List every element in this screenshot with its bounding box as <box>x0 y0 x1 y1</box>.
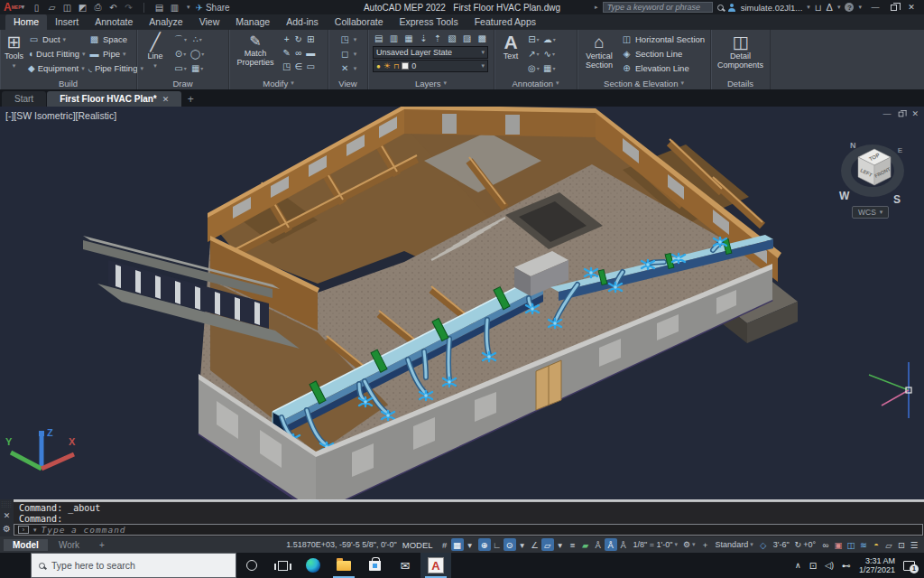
help-dropdown-icon[interactable]: ▾ <box>858 4 862 11</box>
modify-tool-button[interactable]: ▬ <box>305 46 316 60</box>
ribbon-tab[interactable]: Home <box>5 14 47 30</box>
line-button[interactable]: ╱ Line ▾ <box>142 33 169 70</box>
network-icon[interactable]: ⊡ <box>809 561 817 571</box>
recent-commands-icon[interactable]: ▾ <box>33 527 37 534</box>
status-icon[interactable]: ≡ <box>567 538 579 551</box>
panel-label-details[interactable]: Details <box>711 77 770 89</box>
annotation-scale-chip[interactable]: 1/8" = 1'-0"▾ <box>632 540 679 549</box>
viewport-minimize-icon[interactable]: — <box>882 109 891 118</box>
keyword-search-input[interactable]: Type a keyword or phrase <box>603 2 713 13</box>
compass-west[interactable]: W <box>839 190 849 202</box>
show-hidden-icons[interactable]: ∧ <box>795 561 801 570</box>
tab-close-icon[interactable]: ✕ <box>162 95 170 104</box>
annotation-tool-button[interactable]: ◎▾ <box>527 61 541 75</box>
qat-button[interactable]: ▤ <box>152 1 166 14</box>
edge-button[interactable] <box>298 553 328 578</box>
new-layout-button[interactable]: + <box>90 539 114 551</box>
layer-state-dropdown[interactable]: Unsaved Layer State▾ <box>373 46 488 59</box>
pen-icon[interactable]: ⊷ <box>842 561 851 571</box>
wcs-dropdown[interactable]: WCS▾ <box>852 206 889 219</box>
layer-tool-button[interactable]: ▨ <box>463 33 471 43</box>
status-icon[interactable]: ▾ <box>554 538 567 551</box>
status-icon[interactable]: ☰ <box>908 538 920 551</box>
qat-button[interactable]: ▥ <box>168 1 181 14</box>
section-tool-button[interactable]: ⊕Elevation Line <box>621 61 705 75</box>
model-space-toggle[interactable]: MODEL <box>402 540 433 550</box>
tab-start[interactable]: Start <box>2 91 46 107</box>
drag-grip-icon[interactable]: :::::::::: <box>2 500 13 508</box>
layer-tool-button[interactable]: ▦ <box>404 33 412 43</box>
annotation-tool-button[interactable]: ☁▾ <box>542 33 557 46</box>
viewport-close-icon[interactable]: ✕ <box>911 109 919 118</box>
command-prompt-icon[interactable]: › <box>18 526 29 534</box>
status-icon[interactable]: ⊙ <box>504 538 516 551</box>
draw-tool-button[interactable]: ∴▾ <box>189 33 205 46</box>
compass-north[interactable]: N <box>850 141 856 150</box>
user-name[interactable]: simulate.02Jl1... <box>741 3 803 13</box>
status-icon[interactable]: ▱ <box>541 538 554 551</box>
status-icon[interactable]: ∞ <box>819 538 832 551</box>
status-icon[interactable]: ∠ <box>529 538 541 551</box>
compass-south[interactable]: S <box>893 193 901 206</box>
tools-button[interactable]: ⊞ Tools ▾ <box>5 33 23 70</box>
panel-label-section[interactable]: Section & Elevation▾ <box>578 77 710 89</box>
add-tool-icon[interactable]: + <box>699 538 712 551</box>
view-cube-faces[interactable]: TOP LEFT FRONT <box>857 148 892 186</box>
qat-button[interactable]: ▯ <box>30 1 43 14</box>
vertical-section-button[interactable]: ⌂ VerticalSection <box>582 33 616 70</box>
view-tool-button[interactable]: ◳▾ <box>339 33 357 46</box>
match-properties-button[interactable]: ✎ MatchProperties <box>234 33 277 67</box>
autodesk-dropdown-icon[interactable]: ▾ <box>837 4 841 11</box>
minimize-button[interactable]: — <box>866 1 884 14</box>
modify-tool-button[interactable]: ✎ <box>282 46 291 60</box>
ribbon-tab[interactable]: Annotate <box>87 14 141 30</box>
ribbon-tab[interactable]: View <box>191 14 228 30</box>
status-icon[interactable]: ▾ <box>516 538 529 551</box>
panel-label-layers[interactable]: Layers▾ <box>368 77 494 89</box>
ribbon-tab[interactable]: Featured Apps <box>467 14 544 30</box>
close-button[interactable]: ✕ <box>902 1 920 14</box>
status-icon[interactable]: # <box>439 538 451 551</box>
modify-tool-button[interactable]: ◳ <box>282 60 291 73</box>
layer-dropdown[interactable]: ● ☀ ⊓ 0 ▾ <box>373 60 488 72</box>
draw-tool-button[interactable]: ⊙▾ <box>173 47 188 61</box>
notification-center-button[interactable]: 1 <box>903 561 915 571</box>
panel-label-annotation[interactable]: Annotation▾ <box>494 77 577 89</box>
status-icon[interactable]: ▰ <box>579 538 592 551</box>
search-icon[interactable] <box>717 5 724 11</box>
store-button[interactable] <box>359 553 390 578</box>
status-icon[interactable]: ▣ <box>832 538 845 551</box>
status-icon[interactable]: ⊡ <box>895 538 908 551</box>
modify-tool-button[interactable]: ⊞ <box>305 33 316 46</box>
status-icon[interactable]: ≋ <box>857 538 870 551</box>
command-close-icon[interactable]: ✕ <box>4 511 11 520</box>
command-input[interactable]: › ▾ Type a command <box>14 524 923 536</box>
qat-button[interactable]: ▱ <box>45 1 59 14</box>
qat-dropdown-icon[interactable]: ▾ <box>187 4 190 11</box>
rotation-chip[interactable]: ↻+0° <box>793 540 818 549</box>
qat-button[interactable]: ◩ <box>76 1 89 14</box>
clock[interactable]: 3:31 AM1/27/2021 <box>859 556 895 574</box>
modify-tool-button[interactable]: ∞ <box>293 46 303 60</box>
new-tab-button[interactable]: + <box>182 91 199 107</box>
elevation-cube-icon[interactable]: ◇ <box>757 538 770 551</box>
restore-button[interactable] <box>884 1 902 14</box>
status-icon[interactable]: Å <box>592 538 605 551</box>
qat-button[interactable]: ↷ <box>122 1 135 14</box>
status-icon[interactable]: ▱ <box>882 538 895 551</box>
view-tool-button[interactable]: ◻▾ <box>339 47 357 61</box>
elevation-value[interactable]: 3'-6" <box>772 540 791 549</box>
qat-button[interactable]: ↶ <box>106 1 120 14</box>
modify-tool-button[interactable]: ↻ <box>293 33 303 46</box>
ribbon-tab[interactable]: Analyze <box>141 14 190 30</box>
ribbon-tab[interactable]: Collaborate <box>327 14 392 30</box>
app-logo[interactable]: AMEP▾ <box>4 3 24 12</box>
text-button[interactable]: A Text <box>499 33 522 61</box>
status-icon[interactable]: ◓ <box>870 538 882 551</box>
view-cube[interactable]: N E W S TOP LEFT FRONT WCS▾ <box>836 132 911 226</box>
viewport-controls-label[interactable]: [-][SW Isometric][Realistic] <box>5 110 116 121</box>
annotation-tool-button[interactable]: ⊟▾ <box>527 33 541 46</box>
autocad-taskbar-button[interactable]: A <box>420 553 451 578</box>
build-tool-button[interactable]: ▬Pipe▾ <box>88 47 141 61</box>
modify-tool-button[interactable]: ∈ <box>293 60 303 73</box>
